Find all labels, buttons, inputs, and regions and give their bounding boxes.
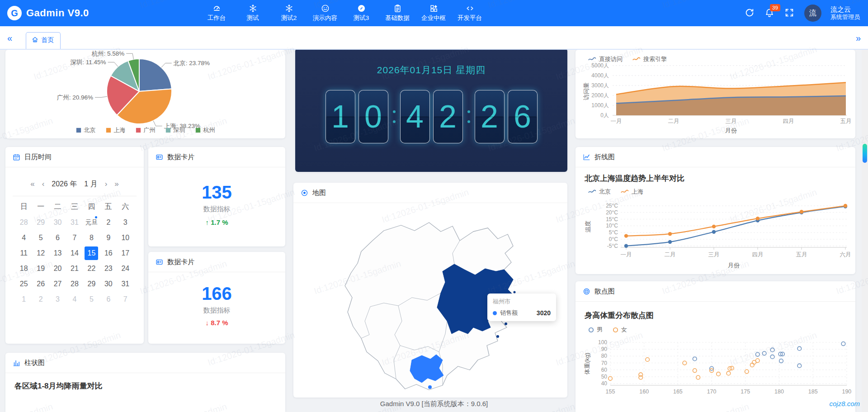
calendar-day-cell[interactable]: 19 (32, 261, 49, 276)
calendar-day-cell[interactable]: 1 (15, 292, 32, 307)
data-point[interactable] (624, 234, 628, 237)
scatter-point-女[interactable] (696, 375, 700, 379)
user-meta[interactable]: 流之云 系统管理员 (830, 5, 860, 21)
collapse-tabs-right-button[interactable]: » (849, 33, 868, 49)
scatter-point-男[interactable] (797, 364, 802, 368)
region-south-selected[interactable] (410, 355, 443, 383)
scatter-point-男[interactable] (770, 348, 774, 352)
calendar-day-cell[interactable]: 9 (100, 230, 117, 246)
scatter-point-男[interactable] (779, 359, 783, 363)
scatter-point-女[interactable] (750, 363, 754, 367)
app-logo[interactable]: G (7, 6, 22, 20)
calendar-day-cell[interactable]: 22 (83, 261, 100, 276)
notifications-button[interactable]: 39 (764, 8, 775, 19)
calendar-day-cell[interactable]: 16 (100, 246, 117, 261)
data-point[interactable] (624, 244, 628, 248)
tab-home[interactable]: 首页 (26, 32, 61, 49)
calendar-day-cell[interactable]: 6 (49, 230, 66, 246)
scatter-point-男[interactable] (755, 352, 760, 356)
calendar-day-cell[interactable]: 10 (117, 230, 134, 246)
calendar-day-cell[interactable]: 29 (32, 215, 49, 230)
collapse-tabs-left-button[interactable]: « (0, 33, 19, 49)
legend-item[interactable]: 广州 (136, 126, 156, 134)
nav-item-工作台[interactable]: 工作台 (202, 0, 231, 26)
nav-item-测试3[interactable]: 测试3 (346, 0, 376, 26)
calendar-day-cell[interactable]: 14 (66, 246, 83, 261)
legend-item[interactable]: 杭州 (195, 126, 215, 134)
nav-item-演示内容[interactable]: 演示内容 (310, 0, 340, 26)
nav-item-基础数据[interactable]: 基础数据 (382, 0, 412, 26)
legend-item[interactable]: 上海 (106, 126, 126, 134)
calendar-day-cell[interactable]: 7 (66, 230, 83, 246)
data-point[interactable] (800, 210, 803, 213)
calendar-day-cell[interactable]: 28 (15, 215, 32, 230)
scatter-point-女[interactable] (726, 371, 731, 375)
calendar-day-cell[interactable]: 24 (117, 261, 134, 276)
calendar-day-cell[interactable]: 3 (49, 292, 66, 307)
calendar-day-cell[interactable]: 30 (49, 215, 66, 230)
scatter-point-女[interactable] (755, 359, 760, 363)
calendar-day-cell[interactable]: 4 (66, 292, 83, 307)
nav-item-开发平台[interactable]: 开发平台 (455, 0, 485, 26)
calendar-day-cell[interactable]: 23 (100, 261, 117, 276)
data-point[interactable] (712, 230, 716, 234)
calendar-day-cell[interactable]: 4 (15, 230, 32, 246)
calendar-day-cell[interactable]: 8 (83, 230, 100, 246)
calendar-nav: « ‹ 2026 年 1 月 › » (5, 175, 144, 193)
calendar-day-cell[interactable]: 5 (32, 230, 49, 246)
legend-item[interactable]: 北京 (76, 126, 96, 134)
calendar-day-cell[interactable]: 25 (15, 276, 32, 292)
scrollbar-track[interactable] (862, 26, 868, 412)
calendar-day-cell[interactable]: 28 (66, 276, 83, 292)
calendar-day-cell[interactable]: 7 (117, 292, 134, 307)
calendar-day-cell[interactable]: 2 (32, 292, 49, 307)
nav-item-测试2[interactable]: 测试2 (274, 0, 304, 26)
legend-item[interactable]: 深圳 (165, 126, 185, 134)
calendar-day-cell[interactable]: 21 (66, 261, 83, 276)
user-avatar[interactable]: 流 (804, 5, 821, 22)
calendar-day-cell[interactable]: 13 (49, 246, 66, 261)
fullscreen-icon[interactable] (784, 8, 795, 19)
scatter-point-男[interactable] (762, 351, 766, 355)
scatter-point-女[interactable] (646, 358, 650, 362)
calendar-day-cell[interactable]: 6 (100, 292, 117, 307)
data-point[interactable] (668, 240, 672, 244)
next-month-button[interactable]: › (105, 180, 108, 189)
prev-year-button[interactable]: « (30, 180, 34, 189)
calendar-day-cell[interactable]: 11 (15, 246, 32, 261)
scatter-point-女[interactable] (639, 373, 643, 377)
data-point[interactable] (712, 225, 716, 228)
nav-item-测试[interactable]: 测试 (238, 0, 268, 26)
calendar-day-cell[interactable]: 18 (15, 261, 32, 276)
calendar-day-cell[interactable]: 12 (32, 246, 49, 261)
nav-item-企业中枢[interactable]: 企业中枢 (419, 0, 448, 26)
scatter-point-男[interactable] (841, 342, 845, 346)
calendar-day-cell[interactable]: 3 (117, 215, 134, 230)
calendar-day-cell[interactable]: 元旦 (83, 215, 100, 230)
calendar-day-cell[interactable]: 20 (49, 261, 66, 276)
calendar-day-cell[interactable]: 29 (83, 276, 100, 292)
calendar-day-cell[interactable]: 17 (117, 246, 134, 261)
calendar-day-cell[interactable]: 15 (83, 246, 100, 261)
scatter-point-女[interactable] (693, 369, 697, 373)
calendar-day-cell[interactable]: 5 (83, 292, 100, 307)
data-point[interactable] (844, 204, 847, 208)
data-point[interactable] (668, 232, 672, 236)
pie-slice-北京[interactable] (139, 59, 172, 91)
calendar-day-cell[interactable]: 2 (100, 215, 117, 230)
prev-month-button[interactable]: ‹ (42, 180, 45, 189)
refresh-icon[interactable] (745, 8, 755, 19)
scrollbar-thumb[interactable] (863, 144, 867, 163)
calendar-day-cell[interactable]: 26 (32, 276, 49, 292)
scatter-point-女[interactable] (717, 372, 721, 376)
scatter-point-男[interactable] (693, 357, 697, 361)
data-point[interactable] (756, 217, 760, 220)
footer-site-link[interactable]: cojz8.com (829, 400, 860, 407)
scatter-point-男[interactable] (770, 355, 774, 359)
scatter-point-男[interactable] (797, 346, 802, 350)
calendar-day-cell[interactable]: 27 (49, 276, 66, 292)
calendar-day-cell[interactable]: 30 (100, 276, 117, 292)
calendar-day-cell[interactable]: 31 (117, 276, 134, 292)
calendar-day-cell[interactable]: 31 (66, 215, 83, 230)
next-year-button[interactable]: » (114, 180, 118, 189)
